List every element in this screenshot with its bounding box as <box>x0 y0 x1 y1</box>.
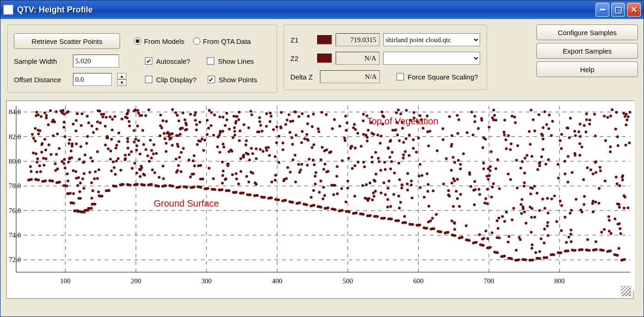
radio-dot-icon <box>134 37 141 45</box>
scatter-plot-canvas[interactable] <box>7 101 635 291</box>
help-button[interactable]: Help <box>536 61 638 77</box>
z1-label: Z1 <box>290 36 313 44</box>
configure-samples-button[interactable]: Configure Samples <box>536 24 638 40</box>
maximize-button[interactable]: ▢ <box>611 3 625 17</box>
clip-display-label: Clip Display? <box>156 76 197 84</box>
from-models-label: From Models <box>144 37 185 45</box>
sample-width-label: Sample Width <box>14 57 69 65</box>
from-qta-label: From QTA Data <box>203 37 251 45</box>
app-icon <box>3 5 13 15</box>
window-title: QTV: Height Profile <box>17 5 93 15</box>
z2-value-field <box>336 52 379 65</box>
from-models-radio[interactable]: From Models <box>134 37 185 45</box>
z2-source-select[interactable] <box>383 52 480 65</box>
z1-color-swatch[interactable] <box>317 35 332 44</box>
offset-distance-label: Offset Distance <box>14 76 69 84</box>
retrieve-group: Retrieve Scatter Points From Models From… <box>7 24 277 93</box>
show-lines-checkbox[interactable] <box>207 57 214 65</box>
force-square-scaling-label: Force Square Scaling? <box>408 73 478 81</box>
height-profile-chart[interactable]: Top of Vegetation Ground Surface <box>6 100 634 299</box>
title-bar: QTV: Height Profile ━ ▢ ✕ <box>0 0 644 19</box>
z2-color-swatch[interactable] <box>317 54 332 63</box>
autoscale-label: Autoscale? <box>156 57 190 65</box>
z1-value-field <box>336 33 379 46</box>
show-lines-label: Show Lines <box>218 57 254 65</box>
retrieve-scatter-points-button[interactable]: Retrieve Scatter Points <box>14 33 120 49</box>
show-points-checkbox[interactable] <box>208 76 215 83</box>
spinner-up-icon[interactable]: ▲ <box>117 73 126 79</box>
force-square-scaling-checkbox[interactable] <box>397 73 404 80</box>
z2-label: Z2 <box>290 55 313 62</box>
show-points-label: Show Points <box>219 76 257 84</box>
clip-display-checkbox[interactable] <box>145 76 152 83</box>
z1-source-select[interactable]: shirland point cloud.qtc <box>383 33 480 46</box>
spinner-down-icon[interactable]: ▼ <box>117 79 126 86</box>
z-values-group: Z1 shirland point cloud.qtc Z2 Delta Z <box>283 24 487 90</box>
resize-grip-icon[interactable] <box>621 286 631 296</box>
sample-width-input[interactable] <box>73 55 119 67</box>
offset-distance-input[interactable] <box>73 73 112 86</box>
radio-dot-icon <box>193 37 200 45</box>
minimize-button[interactable]: ━ <box>596 3 609 17</box>
export-samples-button[interactable]: Export Samples <box>536 43 638 59</box>
autoscale-checkbox[interactable] <box>145 57 152 65</box>
deltaz-value-field <box>320 70 380 83</box>
offset-distance-spinner[interactable]: ▲ ▼ <box>117 73 126 86</box>
deltaz-label: Delta Z <box>290 73 316 81</box>
close-button[interactable]: ✕ <box>627 3 641 17</box>
from-qta-data-radio[interactable]: From QTA Data <box>193 37 251 45</box>
